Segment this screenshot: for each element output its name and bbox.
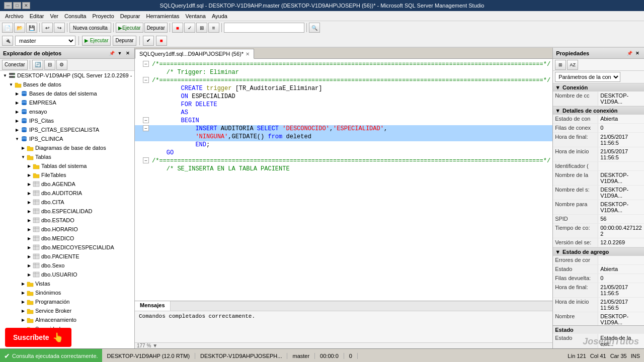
tb-execute[interactable]: ▶ Ejecutar xyxy=(116,23,143,33)
tree-item[interactable]: ▶Bases de datos del sistema xyxy=(0,89,134,98)
tree-item[interactable]: ▶dbo.ESTADO xyxy=(0,216,134,225)
tree-expand[interactable]: ▶ xyxy=(26,208,32,214)
tb-check[interactable]: ✔ xyxy=(143,36,154,46)
tb-save[interactable]: 💾 xyxy=(26,23,37,33)
tree-item[interactable]: ▶Tablas del sistema xyxy=(0,161,134,170)
tree-expand[interactable]: ▶ xyxy=(26,217,32,223)
tb-undo[interactable]: ↩ xyxy=(42,23,53,33)
menu-ayuda[interactable]: Ayuda xyxy=(209,12,230,20)
menu-archivo[interactable]: Archivo xyxy=(2,12,27,20)
tree-item[interactable]: ▶dbo.AUDITORIA xyxy=(0,189,134,198)
menu-herramientas[interactable]: Herramientas xyxy=(143,12,183,20)
tree-expand[interactable]: ▶ xyxy=(26,190,32,196)
tb-results2[interactable]: ≡ xyxy=(208,23,219,33)
fold-button[interactable]: ─ xyxy=(143,117,149,123)
filter-button[interactable]: ⊟ xyxy=(44,60,55,70)
tree-item[interactable]: ▶Programación xyxy=(0,297,134,306)
title-bar-close[interactable]: ✕ xyxy=(22,2,30,9)
tree-expand[interactable]: ▶ xyxy=(14,100,20,106)
tab-close[interactable]: ✕ xyxy=(246,51,250,57)
tb-open[interactable]: 📂 xyxy=(14,23,25,33)
explorer-arrow[interactable]: ▼ xyxy=(116,50,123,57)
tree-expand[interactable]: ▶ xyxy=(14,127,20,133)
props-alpha[interactable]: AZ xyxy=(567,60,578,70)
subscribe-button[interactable]: Suscríbete 👆 xyxy=(5,328,71,347)
tree-item[interactable]: ▶Diagramas de base de datos xyxy=(0,143,134,152)
tree-item[interactable]: ▶IPS_CITAS_ESPECIALISTA xyxy=(0,125,134,134)
tree-expand[interactable]: ▶ xyxy=(26,235,32,241)
tree-item[interactable]: ▶EMPRESA xyxy=(0,98,134,107)
title-bar-minimize[interactable]: ─ xyxy=(4,2,12,9)
connect-button[interactable]: Conectar xyxy=(2,60,28,70)
results-tab-messages[interactable]: Mensajes xyxy=(135,301,171,311)
props-cat[interactable]: ⊞ xyxy=(555,60,566,70)
tree-item[interactable]: ▶Service Broker xyxy=(0,306,134,315)
menu-consulta[interactable]: Consulta xyxy=(61,12,89,20)
tree-item[interactable]: ▶dbo.Sexo xyxy=(0,261,134,270)
props-section-header[interactable]: ▼Detalles de conexión xyxy=(553,107,644,115)
tree-item[interactable]: ▼IPS_CLINICA xyxy=(0,134,134,143)
props-pin[interactable]: 📌 xyxy=(626,50,633,57)
tree-item[interactable]: ▶dbo.PACIENTE xyxy=(0,252,134,261)
database-selector[interactable]: master xyxy=(15,36,75,46)
tree-expand[interactable]: ▶ xyxy=(20,317,26,323)
refresh-button[interactable]: 🔄 xyxy=(32,60,43,70)
fold-button[interactable]: ─ xyxy=(143,61,149,67)
zoom-control[interactable]: 177 % ▼ xyxy=(137,343,157,348)
tree-item[interactable]: ▼Tablas xyxy=(0,152,134,161)
tree-item[interactable]: ▶FileTables xyxy=(0,170,134,179)
tb-parse[interactable]: ✓ xyxy=(184,23,195,33)
tree-expand[interactable]: ▶ xyxy=(26,244,32,250)
tb-stop[interactable]: ■ xyxy=(172,23,183,33)
menu-ver[interactable]: Ver xyxy=(47,12,61,20)
tree-item[interactable]: ▶dbo.HORARIO xyxy=(0,225,134,234)
tree-item[interactable]: ▶Almacenamiento xyxy=(0,315,134,324)
tree-item[interactable]: ▶ensayo xyxy=(0,107,134,116)
fold-button[interactable]: ─ xyxy=(143,77,149,83)
tree-expand[interactable]: ▼ xyxy=(2,72,8,78)
tree-expand[interactable]: ▼ xyxy=(20,154,26,160)
menu-editar[interactable]: Editar xyxy=(27,12,47,20)
tree-expand[interactable]: ▶ xyxy=(14,118,20,124)
tree-item[interactable]: ▼Bases de datos xyxy=(0,80,134,89)
menu-proyecto[interactable]: Proyecto xyxy=(89,12,117,20)
tree-item[interactable]: ▶dbo.CITA xyxy=(0,198,134,207)
tree-expand[interactable]: ▶ xyxy=(26,199,32,205)
tb-stop2[interactable]: ■ xyxy=(156,36,167,46)
tree-expand[interactable]: ▶ xyxy=(26,163,32,169)
tb-new-file[interactable]: 📄 xyxy=(2,23,13,33)
tree-expand[interactable]: ▶ xyxy=(26,272,32,278)
explorer-close[interactable]: ✕ xyxy=(124,50,131,57)
tree-item[interactable]: ▶Sinónimos xyxy=(0,288,134,297)
menu-depurar[interactable]: Depurar xyxy=(117,12,143,20)
tb-zoom-in[interactable]: 🔍 xyxy=(309,23,320,33)
tree-expand[interactable]: ▶ xyxy=(26,226,32,232)
tree-expand[interactable]: ▼ xyxy=(14,136,20,142)
tree-expand[interactable]: ▶ xyxy=(20,308,26,314)
code-editor[interactable]: ─/*=====================================… xyxy=(135,59,552,301)
fold-button[interactable]: ─ xyxy=(143,125,149,131)
tb-redo[interactable]: ↪ xyxy=(54,23,65,33)
tree-item[interactable]: ▶dbo.ESPECIALIDAD xyxy=(0,207,134,216)
explorer-pin[interactable]: 📌 xyxy=(108,50,115,57)
tb-new-query[interactable]: Nueva consulta xyxy=(69,23,111,33)
fold-button[interactable]: ─ xyxy=(143,157,149,163)
tb-connect[interactable]: 🔌 xyxy=(2,36,13,46)
tree-expand[interactable]: ▶ xyxy=(14,109,20,115)
tree-expand[interactable]: ▶ xyxy=(20,290,26,296)
tree-expand[interactable]: ▶ xyxy=(20,145,26,151)
tree-item[interactable]: ▶IPS_Citas xyxy=(0,116,134,125)
tree-expand[interactable]: ▶ xyxy=(14,90,20,97)
menu-ventana[interactable]: Ventana xyxy=(183,12,209,20)
props-dropdown[interactable]: Parámetros de la conexión actual xyxy=(555,72,620,82)
tree-expand[interactable]: ▶ xyxy=(20,299,26,305)
tb-results[interactable]: ⊞ xyxy=(196,23,207,33)
props-section-header[interactable]: ▼Estado de agrego xyxy=(553,248,644,256)
zoom-dropdown[interactable]: ▼ xyxy=(152,343,157,348)
tree-item[interactable]: ▶dbo.MEDICOYESPECIALIDA xyxy=(0,243,134,252)
tree-expand[interactable]: ▶ xyxy=(26,181,32,187)
tree-expand[interactable]: ▶ xyxy=(26,253,32,259)
tree-expand[interactable]: ▶ xyxy=(26,172,32,178)
tree-item[interactable]: ▼DESKTOP-V1D9AHP (SQL Server 12.0.2269 - xyxy=(0,71,134,80)
search-toolbar[interactable] xyxy=(224,23,304,33)
